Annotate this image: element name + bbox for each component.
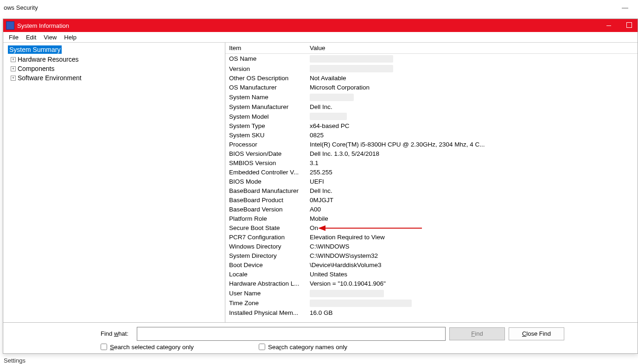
- table-row[interactable]: Hardware Abstraction L...Version = "10.0…: [225, 279, 638, 288]
- checkbox-input[interactable]: [259, 344, 265, 350]
- column-header-item[interactable]: Item: [225, 43, 306, 54]
- row-item: SMBIOS Version: [225, 159, 306, 168]
- titlebar[interactable]: System Information: [3, 19, 638, 32]
- row-value: 0825: [306, 131, 638, 140]
- details-pane[interactable]: Item Value OS NameVersionOther OS Descri…: [225, 43, 638, 322]
- menu-help[interactable]: Help: [60, 33, 80, 42]
- expand-icon[interactable]: +: [11, 76, 16, 81]
- row-value: x64-based PC: [306, 121, 638, 131]
- details-table: Item Value OS NameVersionOther OS Descri…: [225, 43, 638, 318]
- table-row[interactable]: BaseBoard Product0MJGJT: [225, 196, 638, 205]
- tree-node-software[interactable]: + Software Environment: [6, 73, 222, 83]
- row-value: UEFI: [306, 177, 638, 186]
- search-names-checkbox[interactable]: Search category names only: [259, 344, 347, 351]
- table-row[interactable]: Version: [225, 64, 638, 73]
- row-item: Version: [225, 64, 306, 73]
- tree-node-components[interactable]: + Components: [6, 64, 222, 73]
- row-item: System Name: [225, 92, 306, 102]
- table-row[interactable]: System ManufacturerDell Inc.: [225, 102, 638, 111]
- menu-file[interactable]: File: [5, 33, 22, 42]
- find-button[interactable]: Find: [449, 327, 505, 340]
- window-title: System Information: [17, 22, 69, 29]
- tree-node-hardware[interactable]: + Hardware Resources: [6, 55, 222, 64]
- row-value: On: [306, 224, 638, 233]
- row-item: BaseBoard Version: [225, 205, 306, 214]
- table-row[interactable]: LocaleUnited States: [225, 270, 638, 279]
- close-find-button[interactable]: Close Find: [509, 327, 564, 340]
- table-row[interactable]: OS Name: [225, 54, 638, 64]
- table-row[interactable]: BIOS Version/DateDell Inc. 1.3.0, 5/24/2…: [225, 149, 638, 159]
- row-value: Intel(R) Core(TM) i5-8300H CPU @ 2.30GHz…: [306, 140, 638, 149]
- expand-icon[interactable]: +: [11, 66, 16, 71]
- row-value: A00: [306, 205, 638, 214]
- row-value: [306, 54, 638, 64]
- row-value: Microsoft Corporation: [306, 83, 638, 92]
- table-row[interactable]: System Name: [225, 92, 638, 102]
- table-row[interactable]: System Typex64-based PC: [225, 121, 638, 131]
- minimize-button[interactable]: [602, 22, 615, 29]
- row-value: [306, 288, 638, 298]
- table-row[interactable]: System SKU0825: [225, 131, 638, 140]
- table-row[interactable]: Other OS DescriptionNot Available: [225, 74, 638, 83]
- row-value: 0MJGJT: [306, 196, 638, 205]
- table-row[interactable]: Embedded Controller V...255.255: [225, 168, 638, 177]
- tree-label: Software Environment: [18, 74, 82, 82]
- table-row[interactable]: SMBIOS Version3.1: [225, 159, 638, 168]
- table-row[interactable]: Installed Physical Mem...16.0 GB: [225, 308, 638, 318]
- search-selected-checkbox[interactable]: Search selected category only: [101, 344, 194, 351]
- table-row[interactable]: PCR7 ConfigurationElevation Required to …: [225, 233, 638, 242]
- maximize-button[interactable]: [623, 22, 636, 29]
- row-item: OS Name: [225, 54, 306, 64]
- table-row[interactable]: ProcessorIntel(R) Core(TM) i5-8300H CPU …: [225, 140, 638, 149]
- row-value: Version = "10.0.19041.906": [306, 279, 638, 288]
- row-item: BIOS Version/Date: [225, 149, 306, 159]
- row-value: Elevation Required to View: [306, 233, 638, 242]
- tree-label: Components: [18, 65, 54, 72]
- row-item: Hardware Abstraction L...: [225, 279, 306, 288]
- row-value: \Device\HarddiskVolume3: [306, 261, 638, 270]
- expand-icon[interactable]: +: [11, 57, 16, 62]
- table-row[interactable]: Platform RoleMobile: [225, 214, 638, 224]
- row-item: Installed Physical Mem...: [225, 308, 306, 318]
- menu-view[interactable]: View: [40, 33, 60, 42]
- sysinfo-window: System Information File Edit View Help S…: [3, 19, 638, 354]
- tree-selected-label: System Summary: [8, 45, 62, 54]
- tree-node-system-summary[interactable]: System Summary: [6, 45, 222, 55]
- row-value: 3.1: [306, 159, 638, 168]
- menu-bar: File Edit View Help: [3, 32, 638, 43]
- row-item: Other OS Description: [225, 74, 306, 83]
- table-row[interactable]: Time Zone: [225, 298, 638, 308]
- row-value: Dell Inc. 1.3.0, 5/24/2018: [306, 149, 638, 159]
- table-row[interactable]: User Name: [225, 288, 638, 298]
- row-value: C:\WINDOWS\system32: [306, 251, 638, 261]
- table-row[interactable]: System Model: [225, 111, 638, 121]
- row-item: Processor: [225, 140, 306, 149]
- row-value: [306, 64, 638, 73]
- table-row[interactable]: System DirectoryC:\WINDOWS\system32: [225, 251, 638, 261]
- menu-edit[interactable]: Edit: [22, 33, 40, 42]
- row-value: [306, 92, 638, 102]
- checkbox-input[interactable]: [101, 344, 107, 350]
- row-value: 255.255: [306, 168, 638, 177]
- table-row[interactable]: Boot Device\Device\HarddiskVolume3: [225, 261, 638, 270]
- row-item: Time Zone: [225, 298, 306, 308]
- find-bar: Find what: Find Close Find Search select…: [3, 322, 638, 353]
- table-row[interactable]: Windows DirectoryC:\WINDOWS: [225, 242, 638, 251]
- table-row[interactable]: BaseBoard VersionA00: [225, 205, 638, 214]
- row-item: System Directory: [225, 251, 306, 261]
- find-input[interactable]: [137, 327, 446, 341]
- table-row[interactable]: BaseBoard ManufacturerDell Inc.: [225, 186, 638, 196]
- row-value: Dell Inc.: [306, 102, 638, 111]
- bg-minimize-button[interactable]: —: [616, 4, 634, 11]
- find-label: Find what:: [8, 330, 133, 337]
- row-item: Secure Boot State: [225, 224, 306, 233]
- table-row[interactable]: BIOS ModeUEFI: [225, 177, 638, 186]
- column-header-value[interactable]: Value: [306, 43, 638, 54]
- tree-pane[interactable]: System Summary + Hardware Resources + Co…: [3, 43, 225, 322]
- bg-settings-item[interactable]: Settings: [4, 357, 26, 364]
- table-row[interactable]: Secure Boot StateOn: [225, 224, 638, 233]
- table-row[interactable]: OS ManufacturerMicrosoft Corporation: [225, 83, 638, 92]
- row-item: OS Manufacturer: [225, 83, 306, 92]
- row-value: Dell Inc.: [306, 186, 638, 196]
- row-item: PCR7 Configuration: [225, 233, 306, 242]
